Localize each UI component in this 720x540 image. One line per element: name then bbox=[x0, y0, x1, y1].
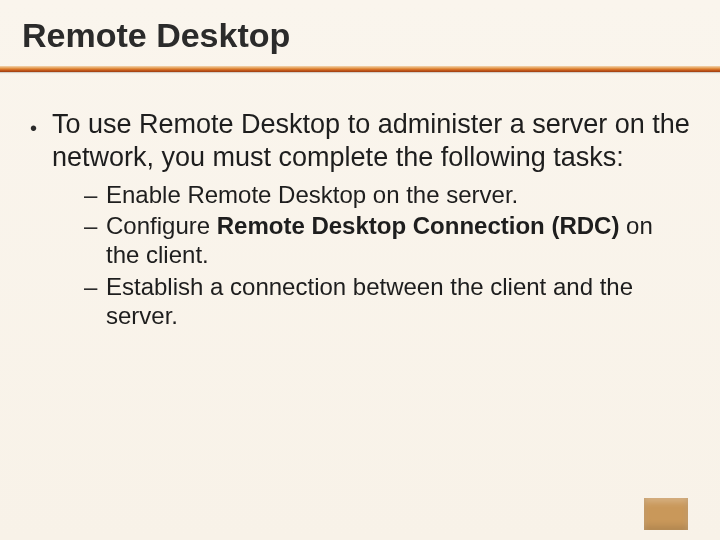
dash-icon bbox=[84, 211, 106, 270]
sub-text: Configure Remote Desktop Connection (RDC… bbox=[106, 211, 690, 270]
bullet-level2: Enable Remote Desktop on the server. bbox=[84, 180, 690, 209]
dash-icon bbox=[84, 272, 106, 331]
sub-text: Establish a connection between the clien… bbox=[106, 272, 690, 331]
bullet-icon bbox=[30, 108, 52, 174]
sub-text-bold: Remote Desktop Connection (RDC) bbox=[217, 212, 626, 239]
bullet-level2: Configure Remote Desktop Connection (RDC… bbox=[84, 211, 690, 270]
sub-list: Enable Remote Desktop on the server. Con… bbox=[84, 180, 690, 330]
title-underline bbox=[0, 66, 720, 72]
footer-accent bbox=[644, 498, 688, 530]
bullet-level1: To use Remote Desktop to administer a se… bbox=[30, 108, 690, 174]
sub-text: Enable Remote Desktop on the server. bbox=[106, 180, 690, 209]
slide-title: Remote Desktop bbox=[22, 16, 290, 55]
slide-body: To use Remote Desktop to administer a se… bbox=[30, 108, 690, 332]
slide: Remote Desktop To use Remote Desktop to … bbox=[0, 0, 720, 540]
bullet-level2: Establish a connection between the clien… bbox=[84, 272, 690, 331]
bullet-text: To use Remote Desktop to administer a se… bbox=[52, 108, 690, 174]
dash-icon bbox=[84, 180, 106, 209]
sub-text-pre: Configure bbox=[106, 212, 217, 239]
